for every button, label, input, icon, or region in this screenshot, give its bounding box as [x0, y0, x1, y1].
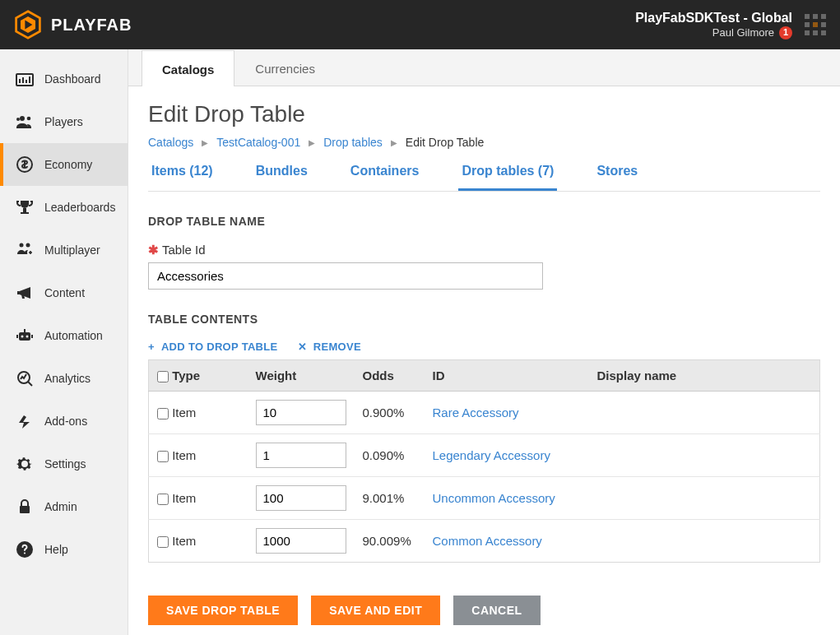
svg-rect-22: [16, 335, 18, 338]
notification-badge[interactable]: 1: [779, 26, 792, 39]
row-checkbox[interactable]: [157, 536, 169, 548]
automation-icon: [15, 326, 35, 345]
topbar: PLAYFAB PlayFabSDKTest - Global Paul Gil…: [0, 0, 840, 49]
subtab-bundles[interactable]: Bundles: [253, 164, 311, 191]
remove-button[interactable]: ✕ REMOVE: [298, 341, 361, 353]
section-table-contents: TABLE CONTENTS: [148, 313, 820, 326]
svg-rect-25: [20, 506, 30, 513]
svg-rect-5: [22, 77, 24, 83]
table-row: Item 0.900% Rare Accessory: [149, 392, 820, 434]
sidebar-item-leaderboards[interactable]: Leaderboards: [0, 186, 128, 229]
col-weight: Weight: [248, 360, 355, 392]
brand-name: PLAYFAB: [51, 16, 132, 35]
breadcrumb-catalogs[interactable]: Catalogs: [148, 136, 193, 149]
breadcrumb-droptables[interactable]: Drop tables: [323, 136, 383, 149]
row-id-link[interactable]: Uncommon Accessory: [433, 491, 555, 505]
sidebar-item-admin[interactable]: Admin: [0, 485, 128, 528]
economy-icon: [15, 155, 35, 174]
drop-table-grid: Type Weight Odds ID Display name Item 0.…: [148, 359, 820, 563]
cancel-button[interactable]: CANCEL: [453, 596, 540, 625]
page-title: Edit Drop Table: [148, 101, 820, 127]
app-grid-icon[interactable]: [804, 13, 827, 36]
select-all-checkbox[interactable]: [157, 371, 169, 382]
subtab-items[interactable]: Items (12): [148, 164, 216, 191]
sidebar-label: Settings: [44, 457, 86, 470]
sidebar-label: Admin: [44, 500, 77, 513]
topbar-right: PlayFabSDKTest - Global Paul Gilmore 1: [635, 10, 827, 39]
addons-icon: [15, 411, 35, 431]
row-checkbox[interactable]: [157, 451, 169, 462]
svg-point-20: [26, 336, 29, 338]
sidebar-item-automation[interactable]: Automation: [0, 314, 128, 357]
sidebar-item-settings[interactable]: Settings: [0, 443, 128, 485]
svg-rect-23: [31, 335, 33, 338]
sidebar-item-dashboard[interactable]: Dashboard: [0, 58, 128, 100]
row-type: Item: [172, 448, 196, 462]
svg-rect-6: [26, 80, 27, 83]
svg-rect-17: [17, 291, 19, 294]
sidebar-label: Add-ons: [44, 415, 87, 428]
sidebar-item-analytics[interactable]: Analytics: [0, 357, 128, 400]
col-type: Type: [172, 368, 200, 382]
settings-icon: [15, 454, 35, 474]
subtab-stores[interactable]: Stores: [593, 164, 641, 191]
row-odds: 9.001%: [355, 477, 425, 520]
sidebar-item-content[interactable]: Content: [0, 271, 128, 314]
col-odds: Odds: [355, 360, 425, 392]
add-label: ADD TO DROP TABLE: [161, 341, 278, 353]
svg-rect-21: [24, 329, 26, 332]
sidebar-label: Content: [44, 286, 85, 299]
sidebar-label: Leaderboards: [44, 201, 115, 214]
analytics-icon: [15, 368, 35, 388]
svg-point-9: [27, 117, 31, 121]
col-id: ID: [425, 360, 589, 392]
table-row: Item 90.009% Common Accessory: [149, 520, 820, 563]
weight-input[interactable]: [256, 485, 346, 511]
svg-point-10: [16, 118, 20, 121]
table-id-input[interactable]: [148, 262, 543, 290]
subtab-droptables[interactable]: Drop tables (7): [458, 164, 557, 191]
row-display: [589, 520, 820, 563]
weight-input[interactable]: [256, 443, 346, 468]
sidebar: Dashboard Players Economy Leaderboards M…: [0, 49, 128, 635]
save-and-edit-button[interactable]: SAVE AND EDIT: [311, 596, 440, 625]
row-display: [589, 392, 820, 434]
row-type: Item: [172, 534, 196, 548]
svg-point-27: [24, 552, 26, 554]
svg-point-19: [21, 336, 24, 338]
sidebar-label: Players: [44, 115, 83, 128]
row-id-link[interactable]: Common Accessory: [433, 534, 542, 548]
row-id-link[interactable]: Legendary Accessory: [433, 448, 550, 462]
weight-input[interactable]: [256, 400, 346, 425]
svg-rect-4: [19, 79, 21, 83]
breadcrumb-catalog-id[interactable]: TestCatalog-001: [216, 136, 300, 149]
content-icon: [15, 283, 35, 303]
tab-catalogs[interactable]: Catalogs: [142, 50, 234, 86]
svg-point-14: [20, 243, 24, 248]
save-droptable-button[interactable]: SAVE DROP TABLE: [148, 596, 298, 625]
row-checkbox[interactable]: [157, 494, 169, 505]
subtab-containers[interactable]: Containers: [347, 164, 423, 191]
dashboard-icon: [15, 69, 35, 89]
sidebar-item-economy[interactable]: Economy: [0, 143, 128, 186]
svg-rect-7: [29, 76, 30, 83]
required-icon: ✱: [148, 243, 159, 257]
user-name[interactable]: Paul Gilmore: [712, 26, 774, 39]
sidebar-item-addons[interactable]: Add-ons: [0, 400, 128, 443]
section-droptable-name: DROP TABLE NAME: [148, 215, 820, 228]
sidebar-item-multiplayer[interactable]: Multiplayer: [0, 229, 128, 271]
chevron-right-icon: ▶: [202, 138, 208, 147]
row-checkbox[interactable]: [157, 408, 169, 419]
multiplayer-icon: [15, 240, 35, 260]
weight-input[interactable]: [256, 528, 346, 554]
players-icon: [15, 112, 35, 132]
add-to-droptable-button[interactable]: + ADD TO DROP TABLE: [148, 341, 278, 353]
sidebar-item-help[interactable]: Help: [0, 528, 128, 571]
row-id-link[interactable]: Rare Accessory: [433, 406, 519, 419]
row-display: [589, 434, 820, 477]
title-name[interactable]: PlayFabSDKTest - Global: [635, 10, 792, 26]
tab-currencies[interactable]: Currencies: [234, 49, 336, 86]
brand[interactable]: PLAYFAB: [13, 10, 132, 39]
sidebar-item-players[interactable]: Players: [0, 100, 128, 143]
top-tabs: Catalogs Currencies: [128, 49, 840, 86]
